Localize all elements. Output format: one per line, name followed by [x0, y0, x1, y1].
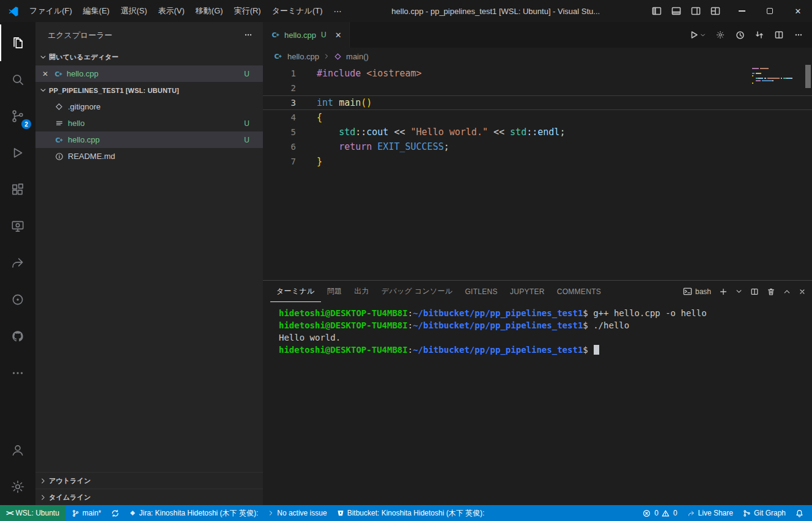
code-line-2[interactable]: 2 — [263, 81, 812, 95]
timeline-section-header[interactable]: タイムライン — [35, 489, 263, 505]
code-line-3[interactable]: 3int main() — [263, 95, 812, 110]
panel-tab-terminal[interactable]: ターミナル — [270, 281, 321, 302]
chevron-right-icon — [323, 53, 330, 59]
menu-file[interactable]: ファイル(F) — [24, 0, 78, 22]
file-row-readme[interactable]: README.md — [35, 148, 263, 164]
project-section-header[interactable]: PP_PIPELINES_TEST1 [WSL: UBUNTU] — [35, 82, 263, 98]
notifications-bell[interactable] — [791, 505, 808, 521]
panel-tab-output[interactable]: 出力 — [348, 281, 375, 302]
activitybar-remote-explorer[interactable] — [0, 208, 35, 245]
jira-status[interactable]: Jira: Kinoshita Hidetoshi (木下 英俊): — [124, 505, 264, 521]
panel-tab-comments[interactable]: COMMENTS — [551, 281, 607, 302]
minimap[interactable] — [752, 68, 801, 85]
explorer-sidebar: エクスプローラー 開いているエディター ✕ C hello.cpp U PP_P… — [35, 22, 263, 505]
menu-view[interactable]: 表示(V) — [153, 0, 190, 22]
file-name: .gitignore — [68, 102, 241, 111]
panel-actions: bash — [683, 287, 806, 296]
extensions-icon — [10, 182, 26, 198]
code-line-7[interactable]: 7} — [263, 154, 812, 169]
activitybar-account[interactable] — [0, 432, 35, 468]
panel-tabs: ターミナル問題出力デバッグ コンソールGITLENSJUPYTERCOMMENT… — [270, 281, 607, 302]
panel-tab-problems[interactable]: 問題 — [321, 281, 349, 302]
menu-edit[interactable]: 編集(E) — [78, 0, 115, 22]
terminal-shell-indicator[interactable]: bash — [683, 287, 711, 296]
menu-more[interactable]: ⋯ — [328, 0, 347, 22]
active-issue[interactable]: No active issue — [263, 505, 331, 521]
close-window-button[interactable]: ✕ — [784, 0, 812, 22]
panel-tab-gitlens[interactable]: GITLENS — [459, 281, 503, 302]
svg-text:C: C — [55, 136, 60, 144]
settings-gear-icon[interactable] — [715, 30, 725, 40]
more-actions-icon[interactable] — [794, 30, 803, 40]
code-line-5[interactable]: 5 std::cout << "Hello world." << std::en… — [263, 125, 812, 139]
menu-go[interactable]: 移動(G) — [190, 0, 229, 22]
maximize-icon — [767, 8, 773, 14]
editor-tabbar: C hello.cpp U ✕ — [263, 22, 812, 48]
cpp-file-icon: C — [270, 30, 281, 40]
activitybar-jupyter[interactable] — [0, 281, 35, 318]
outline-section-header[interactable]: アウトライン — [35, 472, 263, 489]
toggle-panel-icon[interactable] — [668, 2, 685, 20]
maximize-button[interactable] — [756, 0, 784, 22]
panel-tabbar: ターミナル問題出力デバッグ コンソールGITLENSJUPYTERCOMMENT… — [263, 281, 812, 302]
toggle-sidebar-icon[interactable] — [648, 2, 665, 20]
vscode-window: ファイル(F) 編集(E) 選択(S) 表示(V) 移動(G) 実行(R) ター… — [0, 0, 812, 521]
editor-scrollbar-thumb[interactable] — [805, 65, 811, 88]
code-line-4[interactable]: 4{ — [263, 110, 812, 125]
activitybar-source-control[interactable]: 2 — [0, 98, 35, 135]
code-line-6[interactable]: 6 return EXIT_SUCCESS; — [263, 139, 812, 154]
activitybar-live-share[interactable] — [0, 245, 35, 281]
remote-icon: >< — [6, 509, 12, 517]
remote-indicator[interactable]: >< WSL: Ubuntu — [0, 505, 65, 521]
minimize-icon — [739, 10, 745, 11]
close-icon[interactable]: ✕ — [40, 70, 50, 78]
error-icon — [643, 509, 651, 517]
activitybar-more[interactable] — [0, 355, 35, 391]
activitybar-explorer[interactable] — [0, 24, 35, 61]
problems-indicator[interactable]: 0 0 — [638, 505, 682, 521]
activitybar-search[interactable] — [0, 61, 35, 98]
git-graph-button[interactable]: Git Graph — [738, 505, 791, 521]
menu-terminal[interactable]: ターミナル(T) — [267, 0, 328, 22]
run-file-button[interactable] — [689, 30, 706, 40]
file-row-hello-cpp[interactable]: Chello.cppU — [35, 131, 263, 148]
sync-button[interactable] — [106, 505, 124, 521]
panel-tab-debug-console[interactable]: デバッグ コンソール — [375, 281, 459, 302]
chevron-right-icon — [268, 510, 274, 516]
split-editor-icon[interactable] — [774, 30, 784, 40]
customize-layout-icon[interactable] — [707, 2, 724, 20]
file-row-hello[interactable]: helloU — [35, 115, 263, 131]
open-editor-hello-cpp[interactable]: ✕ C hello.cpp U — [35, 65, 263, 82]
code-line-1[interactable]: 1#include <iostream> — [263, 66, 812, 81]
close-panel-icon[interactable] — [799, 288, 806, 295]
activitybar-run-debug[interactable] — [0, 135, 35, 171]
kill-terminal-icon[interactable] — [767, 287, 775, 296]
activitybar-github[interactable] — [0, 318, 35, 355]
file-row-gitignore[interactable]: .gitignore — [35, 98, 263, 115]
breadcrumb-symbol[interactable]: main() — [346, 52, 369, 61]
maximize-panel-icon[interactable] — [783, 288, 791, 295]
menu-selection[interactable]: 選択(S) — [115, 0, 152, 22]
open-editors-section-header[interactable]: 開いているエディター — [35, 49, 263, 65]
panel-tab-jupyter[interactable]: JUPYTER — [504, 281, 551, 302]
terminal-output[interactable]: hidetoshi@DESKTOP-TU4MB8I:~/bitbucket/pp… — [263, 302, 812, 505]
explorer-more-actions-icon[interactable] — [243, 30, 253, 42]
tab-hello-cpp[interactable]: C hello.cpp U ✕ — [263, 22, 350, 48]
activitybar-extensions[interactable] — [0, 171, 35, 208]
code-editor[interactable]: 1#include <iostream>23int main()4{5 std:… — [263, 65, 812, 280]
new-terminal-button[interactable] — [719, 287, 728, 296]
branch-indicator[interactable]: main* — [67, 505, 106, 521]
open-changes-icon[interactable] — [755, 30, 764, 40]
activitybar-settings[interactable] — [0, 468, 35, 505]
bitbucket-status[interactable]: Bitbucket: Kinoshita Hidetoshi (木下 英俊): — [332, 505, 490, 521]
split-terminal-icon[interactable] — [750, 287, 759, 296]
terminal-dropdown-icon[interactable] — [736, 288, 742, 295]
live-share-button[interactable]: Live Share — [682, 505, 738, 521]
menu-run[interactable]: 実行(R) — [229, 0, 267, 22]
minimize-button[interactable] — [728, 0, 756, 22]
breadcrumb-file[interactable]: hello.cpp — [287, 52, 319, 61]
history-icon[interactable] — [735, 30, 745, 40]
close-tab-icon[interactable]: ✕ — [335, 31, 342, 40]
toggle-secondary-sidebar-icon[interactable] — [687, 2, 704, 20]
window-controls: ✕ — [728, 0, 812, 22]
